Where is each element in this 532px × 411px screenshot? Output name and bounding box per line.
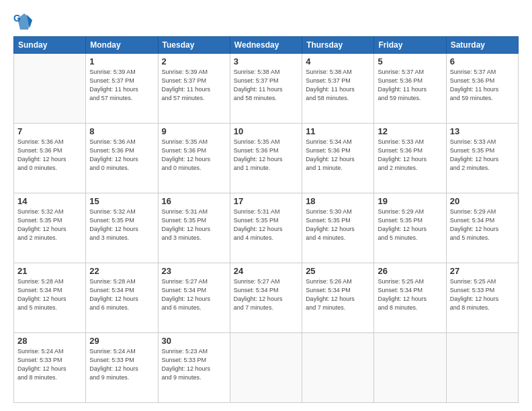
- calendar-week-row: 7Sunrise: 5:36 AMSunset: 5:36 PMDaylight…: [14, 124, 519, 193]
- day-number: 1: [89, 56, 154, 66]
- day-info: Sunrise: 5:32 AMSunset: 5:35 PMDaylight:…: [17, 208, 82, 242]
- calendar-cell: 26Sunrise: 5:25 AMSunset: 5:34 PMDayligh…: [374, 263, 446, 333]
- calendar-cell: [374, 333, 446, 403]
- day-info: Sunrise: 5:23 AMSunset: 5:33 PMDaylight:…: [162, 347, 226, 382]
- day-number: 7: [17, 126, 82, 136]
- day-number: 16: [162, 196, 226, 206]
- calendar-table: SundayMondayTuesdayWednesdayThursdayFrid…: [13, 36, 519, 403]
- day-number: 11: [306, 126, 370, 136]
- day-number: 28: [17, 336, 82, 346]
- day-number: 26: [378, 266, 442, 276]
- day-number: 12: [378, 126, 442, 136]
- calendar-cell: 7Sunrise: 5:36 AMSunset: 5:36 PMDaylight…: [14, 124, 86, 193]
- day-number: 15: [89, 196, 154, 206]
- day-info: Sunrise: 5:27 AMSunset: 5:34 PMDaylight:…: [234, 277, 298, 312]
- day-number: 17: [234, 196, 298, 206]
- calendar-cell: 20Sunrise: 5:29 AMSunset: 5:34 PMDayligh…: [446, 193, 518, 263]
- calendar-cell: 23Sunrise: 5:27 AMSunset: 5:34 PMDayligh…: [158, 263, 230, 333]
- calendar-cell: 11Sunrise: 5:34 AMSunset: 5:36 PMDayligh…: [302, 124, 374, 193]
- weekday-header-friday: Friday: [374, 37, 446, 54]
- day-info: Sunrise: 5:24 AMSunset: 5:33 PMDaylight:…: [17, 347, 82, 382]
- calendar-cell: 30Sunrise: 5:23 AMSunset: 5:33 PMDayligh…: [158, 333, 230, 403]
- day-number: 9: [162, 126, 226, 136]
- calendar-cell: 14Sunrise: 5:32 AMSunset: 5:35 PMDayligh…: [14, 193, 86, 263]
- page: G SundayMondayTuesdayWednesdayThursdayFr…: [0, 0, 532, 411]
- calendar-cell: 28Sunrise: 5:24 AMSunset: 5:33 PMDayligh…: [14, 333, 86, 403]
- calendar-cell: [14, 54, 86, 124]
- day-info: Sunrise: 5:34 AMSunset: 5:36 PMDaylight:…: [306, 138, 370, 173]
- day-number: 25: [306, 266, 370, 276]
- day-info: Sunrise: 5:28 AMSunset: 5:34 PMDaylight:…: [89, 277, 154, 312]
- day-number: 30: [162, 336, 226, 346]
- weekday-header-row: SundayMondayTuesdayWednesdayThursdayFrid…: [14, 37, 519, 54]
- calendar-cell: 19Sunrise: 5:29 AMSunset: 5:35 PMDayligh…: [374, 193, 446, 263]
- calendar-week-row: 28Sunrise: 5:24 AMSunset: 5:33 PMDayligh…: [14, 333, 519, 403]
- day-number: 22: [89, 266, 154, 276]
- day-info: Sunrise: 5:39 AMSunset: 5:37 PMDaylight:…: [162, 68, 226, 103]
- day-info: Sunrise: 5:27 AMSunset: 5:34 PMDaylight:…: [162, 277, 226, 312]
- day-info: Sunrise: 5:29 AMSunset: 5:34 PMDaylight:…: [450, 208, 515, 242]
- day-number: 14: [17, 196, 82, 206]
- logo-icon: G: [13, 12, 32, 31]
- calendar-week-row: 1Sunrise: 5:39 AMSunset: 5:37 PMDaylight…: [14, 54, 519, 124]
- day-info: Sunrise: 5:33 AMSunset: 5:35 PMDaylight:…: [450, 138, 515, 173]
- calendar-cell: [446, 333, 518, 403]
- day-info: Sunrise: 5:39 AMSunset: 5:37 PMDaylight:…: [89, 68, 154, 103]
- day-info: Sunrise: 5:28 AMSunset: 5:34 PMDaylight:…: [17, 277, 82, 312]
- calendar-cell: 15Sunrise: 5:32 AMSunset: 5:35 PMDayligh…: [86, 193, 158, 263]
- day-number: 27: [450, 266, 515, 276]
- calendar-week-row: 21Sunrise: 5:28 AMSunset: 5:34 PMDayligh…: [14, 263, 519, 333]
- day-info: Sunrise: 5:25 AMSunset: 5:33 PMDaylight:…: [450, 277, 515, 312]
- calendar-cell: 22Sunrise: 5:28 AMSunset: 5:34 PMDayligh…: [86, 263, 158, 333]
- weekday-header-saturday: Saturday: [446, 37, 518, 54]
- logo: G: [13, 12, 35, 31]
- day-number: 24: [234, 266, 298, 276]
- calendar-cell: 3Sunrise: 5:38 AMSunset: 5:37 PMDaylight…: [230, 54, 302, 124]
- calendar-cell: 9Sunrise: 5:35 AMSunset: 5:36 PMDaylight…: [158, 124, 230, 193]
- day-number: 21: [17, 266, 82, 276]
- calendar-cell: 6Sunrise: 5:37 AMSunset: 5:36 PMDaylight…: [446, 54, 518, 124]
- day-info: Sunrise: 5:29 AMSunset: 5:35 PMDaylight:…: [378, 208, 442, 242]
- calendar-cell: 21Sunrise: 5:28 AMSunset: 5:34 PMDayligh…: [14, 263, 86, 333]
- day-number: 2: [162, 56, 226, 66]
- calendar-cell: 17Sunrise: 5:31 AMSunset: 5:35 PMDayligh…: [230, 193, 302, 263]
- calendar-cell: 4Sunrise: 5:38 AMSunset: 5:37 PMDaylight…: [302, 54, 374, 124]
- calendar-cell: 18Sunrise: 5:30 AMSunset: 5:35 PMDayligh…: [302, 193, 374, 263]
- day-info: Sunrise: 5:36 AMSunset: 5:36 PMDaylight:…: [89, 138, 154, 173]
- day-info: Sunrise: 5:31 AMSunset: 5:35 PMDaylight:…: [234, 208, 298, 242]
- day-number: 29: [89, 336, 154, 346]
- calendar-cell: 1Sunrise: 5:39 AMSunset: 5:37 PMDaylight…: [86, 54, 158, 124]
- weekday-header-thursday: Thursday: [302, 37, 374, 54]
- calendar-cell: 5Sunrise: 5:37 AMSunset: 5:36 PMDaylight…: [374, 54, 446, 124]
- day-number: 10: [234, 126, 298, 136]
- weekday-header-monday: Monday: [86, 37, 158, 54]
- day-number: 6: [450, 56, 515, 66]
- day-info: Sunrise: 5:37 AMSunset: 5:36 PMDaylight:…: [450, 68, 515, 103]
- calendar-cell: 2Sunrise: 5:39 AMSunset: 5:37 PMDaylight…: [158, 54, 230, 124]
- calendar-cell: 29Sunrise: 5:24 AMSunset: 5:33 PMDayligh…: [86, 333, 158, 403]
- day-number: 13: [450, 126, 515, 136]
- day-info: Sunrise: 5:26 AMSunset: 5:34 PMDaylight:…: [306, 277, 370, 312]
- calendar-cell: 25Sunrise: 5:26 AMSunset: 5:34 PMDayligh…: [302, 263, 374, 333]
- day-number: 4: [306, 56, 370, 66]
- day-number: 8: [89, 126, 154, 136]
- calendar-cell: [302, 333, 374, 403]
- day-info: Sunrise: 5:33 AMSunset: 5:36 PMDaylight:…: [378, 138, 442, 173]
- day-number: 3: [234, 56, 298, 66]
- day-number: 20: [450, 196, 515, 206]
- weekday-header-sunday: Sunday: [14, 37, 86, 54]
- calendar-cell: 8Sunrise: 5:36 AMSunset: 5:36 PMDaylight…: [86, 124, 158, 193]
- day-number: 19: [378, 196, 442, 206]
- calendar-cell: 13Sunrise: 5:33 AMSunset: 5:35 PMDayligh…: [446, 124, 518, 193]
- day-number: 18: [306, 196, 370, 206]
- day-info: Sunrise: 5:32 AMSunset: 5:35 PMDaylight:…: [89, 208, 154, 242]
- day-info: Sunrise: 5:38 AMSunset: 5:37 PMDaylight:…: [306, 68, 370, 103]
- calendar-cell: 24Sunrise: 5:27 AMSunset: 5:34 PMDayligh…: [230, 263, 302, 333]
- day-info: Sunrise: 5:25 AMSunset: 5:34 PMDaylight:…: [378, 277, 442, 312]
- weekday-header-tuesday: Tuesday: [158, 37, 230, 54]
- day-info: Sunrise: 5:37 AMSunset: 5:36 PMDaylight:…: [378, 68, 442, 103]
- day-info: Sunrise: 5:31 AMSunset: 5:35 PMDaylight:…: [162, 208, 226, 242]
- day-number: 23: [162, 266, 226, 276]
- day-info: Sunrise: 5:36 AMSunset: 5:36 PMDaylight:…: [17, 138, 82, 173]
- calendar-cell: [230, 333, 302, 403]
